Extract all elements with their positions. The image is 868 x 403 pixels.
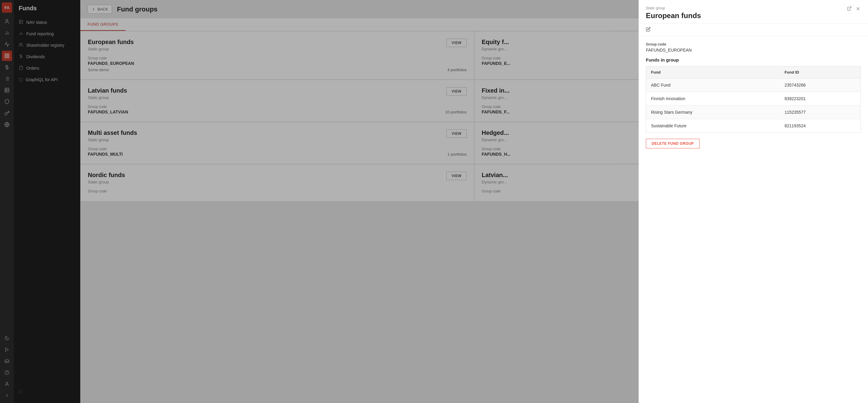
fund-id-cell: 115235577	[780, 106, 861, 119]
table-header-row: Fund Fund ID	[646, 66, 861, 78]
panel-title: European funds	[646, 11, 861, 20]
funds-in-group-title: Funds in group	[646, 57, 861, 62]
fund-col-header: Fund	[646, 66, 780, 78]
fund-id-col-header: Fund ID	[780, 66, 861, 78]
fund-id-cell: 235743266	[780, 78, 861, 92]
panel-external-button[interactable]	[847, 6, 852, 12]
side-panel-toolbar	[639, 24, 868, 36]
fund-id-cell: 839223201	[780, 92, 861, 106]
panel-subtitle: Static group	[646, 6, 861, 10]
fund-name-cell: ABC Fund	[646, 78, 780, 92]
fund-id-cell: 821193524	[780, 119, 861, 133]
side-panel-body: Group code FAFUNDS_EUROPEAN Funds in gro…	[639, 36, 868, 403]
table-row: Sustainable Future 821193524	[646, 119, 861, 133]
side-panel-header: Static group European funds	[639, 0, 868, 24]
delete-fund-group-button[interactable]: DELETE FUND GROUP	[646, 139, 700, 148]
edit-button[interactable]	[646, 27, 651, 33]
side-panel: Static group European funds Group code F…	[639, 0, 868, 403]
table-row: Rising Stars Germany 115235577	[646, 106, 861, 119]
fund-name-cell: Rising Stars Germany	[646, 106, 780, 119]
fund-name-cell: Finnish Innovation	[646, 92, 780, 106]
group-code-value: FAFUNDS_EUROPEAN	[646, 48, 861, 53]
funds-table: Fund Fund ID ABC Fund 235743266 Finnish …	[646, 66, 861, 133]
group-code-label: Group code	[646, 42, 861, 46]
panel-close-button[interactable]	[855, 6, 861, 13]
table-row: ABC Fund 235743266	[646, 78, 861, 92]
fund-name-cell: Sustainable Future	[646, 119, 780, 133]
svg-line-33	[849, 7, 851, 9]
table-row: Finnish Innovation 839223201	[646, 92, 861, 106]
